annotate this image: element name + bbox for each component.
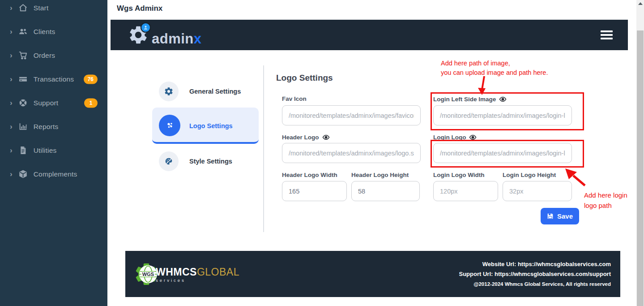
form-heading: Logo Settings	[276, 73, 333, 83]
sidebar-item-label: Complements	[34, 170, 77, 178]
header-logo-input[interactable]	[282, 143, 421, 163]
sidebar-item-label: Start	[34, 4, 49, 12]
life-ring-icon	[18, 98, 28, 108]
sidebar-item-start[interactable]: › Start	[0, 0, 107, 20]
logo-settings-icon	[159, 115, 180, 136]
login-logo-input[interactable]	[433, 143, 572, 163]
login-logo-height-label: Login Logo Height	[503, 172, 556, 178]
annotation-login-logo-note: Add here login logo path	[584, 190, 627, 211]
floppy-disk-icon	[547, 213, 554, 220]
eye-icon[interactable]	[469, 134, 477, 141]
page-title: Wgs Adminx	[117, 4, 162, 13]
sidebar-item-label: Transactions	[34, 75, 74, 83]
chevron-right-icon: ›	[10, 28, 13, 35]
sidebar-item-label: Clients	[34, 28, 55, 36]
chevron-right-icon: ›	[10, 170, 13, 178]
footer-logo-services: services	[156, 278, 239, 283]
login-logo-height-input[interactable]	[503, 181, 572, 201]
credit-card-icon	[18, 74, 28, 84]
box-icon	[18, 169, 28, 179]
adminx-settings-page: › Start › Clients › Orders	[0, 0, 644, 306]
adminx-gear-icon	[128, 24, 149, 46]
login-left-image-input[interactable]	[433, 105, 572, 125]
home-icon	[18, 3, 28, 13]
header-logo-height-input[interactable]	[351, 181, 420, 201]
login-left-image-label: Login Left Side Image	[433, 95, 507, 103]
sidebar-item-transactions[interactable]: › Transactions 76	[0, 67, 107, 91]
footer-logo-global: GLOBAL	[197, 266, 239, 278]
footer-logo-whmcs: WHMCS	[156, 266, 197, 278]
tab-label: Style Settings	[189, 158, 232, 165]
adminx-logo: adminx	[128, 24, 201, 46]
website-url-text[interactable]: Website Url: https://whmcsglobalservices…	[459, 259, 611, 269]
hamburger-menu-icon[interactable]	[601, 30, 613, 39]
sidebar-item-label: Utilities	[34, 147, 57, 155]
eye-icon[interactable]	[499, 95, 507, 103]
vertical-divider	[263, 65, 264, 232]
header-logo-label: Header Logo	[282, 134, 330, 141]
sidebar-item-support[interactable]: › Support 1	[0, 91, 107, 115]
chevron-right-icon: ›	[10, 99, 13, 107]
sidebar-item-label: Orders	[34, 52, 55, 60]
sidebar-item-label: Reports	[34, 123, 59, 131]
annotation-arrow-down-icon	[473, 74, 493, 98]
bar-chart-icon	[18, 122, 28, 131]
header-logo-height-label: Header Logo Height	[351, 172, 409, 178]
chevron-right-icon: ›	[10, 75, 13, 83]
save-button[interactable]: Save	[541, 208, 579, 224]
support-count-badge: 1	[84, 98, 98, 108]
avatar-icon	[141, 22, 151, 33]
chevron-right-icon: ›	[10, 52, 13, 59]
chevron-right-icon: ›	[10, 147, 13, 154]
tab-label: Logo Settings	[189, 122, 233, 129]
scrollbar-track[interactable]	[636, 0, 644, 306]
sidebar-item-label: Support	[34, 99, 59, 107]
sidebar-item-reports[interactable]: › Reports	[0, 115, 107, 138]
adminx-header-bar: adminx	[111, 20, 628, 50]
logo-accent: x	[194, 32, 201, 46]
sidebar: › Start › Clients › Orders	[0, 0, 107, 306]
header-logo-width-input[interactable]	[282, 181, 347, 201]
sidebar-item-orders[interactable]: › Orders	[0, 43, 107, 67]
sidebar-nav-list: › Start › Clients › Orders	[0, 0, 107, 186]
fav-icon-input[interactable]	[282, 105, 421, 125]
eye-icon[interactable]	[322, 134, 330, 141]
scrollbar-up-arrow[interactable]	[638, 2, 643, 5]
footer-links: Website Url: https://whmcsglobalservices…	[459, 259, 611, 289]
header-logo-width-label: Header Logo Width	[282, 172, 337, 178]
login-logo-width-label: Login Logo Width	[433, 172, 485, 178]
annotation-upload-note: Add here path of image, you can upload i…	[441, 59, 548, 78]
sidebar-item-utilities[interactable]: › Utilities	[0, 138, 107, 162]
logo-text: admin	[152, 32, 194, 46]
cart-icon	[18, 51, 28, 60]
chevron-right-icon: ›	[10, 4, 13, 12]
transactions-count-badge: 76	[84, 74, 98, 84]
support-url-text[interactable]: Support Url: https://whmcsglobalservices…	[459, 269, 611, 279]
svg-text:WGS: WGS	[142, 271, 154, 276]
palette-icon	[159, 151, 179, 171]
sidebar-item-complements[interactable]: › Complements	[0, 162, 107, 186]
tab-label: General Settings	[189, 88, 241, 95]
sidebar-item-clients[interactable]: › Clients	[0, 20, 107, 43]
users-icon	[18, 27, 28, 36]
gear-icon	[159, 82, 179, 101]
fav-icon-label: Fav Icon	[282, 95, 307, 102]
login-logo-width-input[interactable]	[433, 181, 498, 201]
login-logo-label: Login Logo	[433, 134, 477, 141]
footer: WGS WHMCSGLOBAL services Website Url: ht…	[125, 251, 620, 297]
file-icon	[18, 146, 28, 155]
scrollbar-thumb[interactable]	[637, 30, 644, 306]
whmcs-global-logo: WGS WHMCSGLOBAL services	[132, 259, 239, 289]
chevron-right-icon: ›	[10, 123, 13, 130]
copyright-text: @2012-2024 Whmcs Global Services, All ri…	[459, 279, 611, 289]
